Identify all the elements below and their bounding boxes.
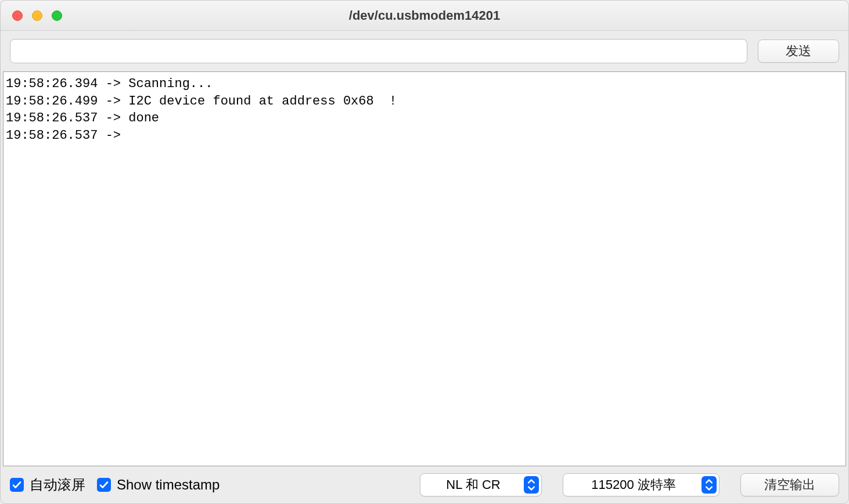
line-ending-select[interactable]: NL 和 CR — [420, 473, 542, 496]
window-traffic-lights — [1, 10, 62, 21]
select-arrows-icon — [701, 476, 717, 494]
maximize-icon[interactable] — [52, 10, 62, 21]
autoscroll-checkbox-wrap[interactable]: 自动滚屏 — [10, 476, 85, 494]
send-button[interactable]: 发送 — [758, 39, 839, 63]
send-row: 发送 — [1, 31, 848, 71]
baud-rate-select[interactable]: 115200 波特率 — [563, 473, 720, 496]
autoscroll-label: 自动滚屏 — [30, 476, 85, 494]
minimize-icon[interactable] — [32, 10, 42, 21]
baud-rate-value: 115200 波特率 — [570, 476, 701, 494]
command-input[interactable] — [10, 39, 747, 63]
checkbox-checked-icon[interactable] — [10, 478, 24, 492]
timestamp-checkbox-wrap[interactable]: Show timestamp — [97, 477, 220, 493]
serial-monitor-window: /dev/cu.usbmodem14201 发送 19:58:26.394 ->… — [0, 0, 849, 504]
serial-output[interactable]: 19:58:26.394 -> Scanning... 19:58:26.499… — [3, 71, 846, 466]
checkbox-checked-icon[interactable] — [97, 478, 111, 492]
bottom-toolbar: 自动滚屏 Show timestamp NL 和 CR 115200 波特率 清… — [1, 466, 848, 503]
close-icon[interactable] — [12, 10, 23, 21]
clear-output-button[interactable]: 清空输出 — [740, 473, 839, 496]
select-arrows-icon — [524, 476, 539, 494]
titlebar: /dev/cu.usbmodem14201 — [1, 1, 848, 31]
line-ending-value: NL 和 CR — [427, 476, 524, 494]
timestamp-label: Show timestamp — [117, 477, 220, 493]
window-title: /dev/cu.usbmodem14201 — [349, 8, 500, 23]
